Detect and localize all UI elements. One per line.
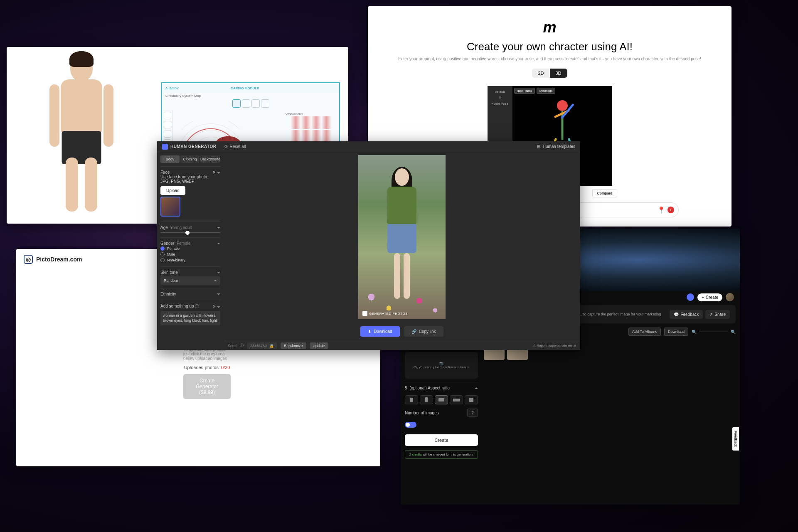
ethnicity-section[interactable]: Ethnicity — [160, 292, 220, 296]
tab-clothing[interactable]: Clothing — [180, 155, 200, 163]
age-section[interactable]: Age Young adult — [160, 225, 220, 230]
camera-icon: 📷 — [439, 362, 443, 365]
app-icon — [687, 293, 694, 301]
feedback-button[interactable]: 💬Feedback — [670, 310, 703, 319]
hide-hands-button[interactable]: Hide Hands — [514, 88, 535, 94]
download-pose-button[interactable]: Download — [537, 88, 555, 94]
pictodream-logo-icon: ◎ — [24, 255, 33, 264]
zoom-control[interactable]: 🔍 🔍 — [692, 330, 736, 334]
age-slider[interactable] — [160, 232, 220, 233]
mode-tabs: 2D 3D — [532, 69, 567, 78]
mage-logo: m — [384, 19, 715, 36]
toggle-switch[interactable] — [405, 422, 416, 428]
reference-upload[interactable]: 📷 Or, you can upload a reference image — [405, 352, 478, 379]
upload-face-button[interactable]: Upload — [160, 186, 185, 195]
zoom-in-icon[interactable]: 🔍 — [731, 330, 736, 334]
view-icon-2[interactable] — [242, 99, 250, 108]
extra-prompt-input[interactable]: woman in a garden with flowers, brown ey… — [160, 311, 220, 325]
stick-figure[interactable] — [557, 100, 568, 111]
face-hint-2: JPG, PNG, WEBP — [160, 179, 220, 184]
create-generator-button[interactable]: Create Generator ($9.99) — [183, 374, 231, 399]
download-button[interactable]: ⬇Download — [360, 326, 399, 337]
tool-2[interactable] — [164, 121, 171, 128]
tab-3d[interactable]: 3D — [550, 69, 567, 78]
tool-3[interactable] — [164, 130, 171, 138]
reset-all-button[interactable]: ⟳Reset all — [224, 144, 246, 149]
settings-sidebar: Body Clothing Background Face✕ Use face … — [157, 152, 224, 350]
ecg-wave-1 — [286, 116, 337, 129]
zoom-out-icon[interactable]: 🔍 — [692, 330, 697, 334]
ratio-square[interactable] — [465, 395, 478, 404]
download-results-button[interactable]: Download — [664, 328, 688, 336]
ratio-wide[interactable] — [450, 395, 463, 404]
face-thumbnail[interactable] — [160, 197, 180, 217]
tab-background[interactable]: Background — [200, 155, 220, 163]
page-subtitle: Enter your propmpt, using positive and n… — [384, 57, 715, 61]
hg-brand: HUMAN GENERATOR — [162, 144, 216, 150]
tab-body[interactable]: Body — [160, 155, 180, 163]
view-icon-3[interactable] — [251, 99, 260, 108]
create-button[interactable]: Create — [405, 434, 478, 446]
aspect-ratio-section[interactable]: 5 (optional) Aspect ratio — [405, 382, 478, 394]
randomize-button[interactable]: Randomize — [281, 342, 306, 349]
num-images-input[interactable]: 2 — [467, 409, 478, 417]
skintone-section[interactable]: Skin tone — [160, 270, 220, 275]
gender-nonbinary[interactable]: Non-binary — [160, 257, 220, 263]
upload-counter: Uploaded photos: 0/20 — [183, 365, 231, 370]
tool-1[interactable] — [164, 112, 171, 119]
pictodream-brand: PictoDream.com — [36, 256, 82, 263]
gender-female[interactable]: Female — [160, 246, 220, 251]
ratio-landscape[interactable] — [435, 395, 448, 404]
pin-count-badge: 1 — [667, 207, 674, 213]
gender-male[interactable]: Male — [160, 251, 220, 257]
skintone-select[interactable]: Random — [160, 276, 220, 285]
human-figure — [32, 51, 131, 217]
generated-image[interactable]: GENERATED PHOTOS — [358, 155, 446, 319]
face-hint-1: Use face from your photo — [160, 175, 220, 179]
credits-notice: 2 credits will be charged for this gener… — [405, 450, 478, 459]
ecg-wave-2 — [286, 130, 337, 142]
human-templates-button[interactable]: ⊞Human templates — [537, 144, 575, 149]
panel-human-generator: HUMAN GENERATOR ⟳Reset all ⊞Human templa… — [157, 141, 580, 350]
module-title: CARDIO MODULE — [179, 86, 311, 90]
view-icon-1[interactable] — [232, 99, 241, 108]
report-link[interactable]: ⚠ Report inappropriate result — [533, 344, 576, 347]
extra-section[interactable]: Add something up ⓘ✕ — [160, 303, 220, 309]
avatar[interactable] — [726, 293, 734, 301]
face-section-header[interactable]: Face✕ — [160, 170, 220, 175]
ratio-portrait[interactable] — [405, 395, 418, 404]
add-pose-button[interactable]: + Add Pose — [489, 101, 511, 107]
pose-default-x: ✕ — [489, 95, 511, 101]
compare-button[interactable]: Compare — [592, 189, 617, 197]
seed-label: Seed — [228, 344, 236, 348]
create-chip[interactable]: +Create — [697, 293, 722, 301]
pose-default[interactable]: default — [489, 89, 511, 95]
add-to-albums-button[interactable]: Add To Albums — [628, 328, 661, 336]
update-button[interactable]: Update — [310, 342, 328, 349]
view-icon-4[interactable] — [261, 99, 269, 108]
num-images-label: Number of images — [405, 411, 439, 415]
vitals-label: Vitals monitor — [286, 113, 337, 116]
share-button[interactable]: ↗Share — [705, 310, 730, 319]
location-icon[interactable]: 📍 — [658, 206, 665, 214]
tab-2d[interactable]: 2D — [532, 69, 549, 78]
watermark: GENERATED PHOTOS — [362, 311, 408, 316]
copy-link-button[interactable]: 🔗Copy link — [404, 326, 443, 337]
preview-viewport: GENERATED PHOTOS — [224, 152, 580, 322]
ratio-tall[interactable] — [420, 395, 433, 404]
page-title: Create your own chracter using AI! — [384, 40, 715, 53]
gender-section[interactable]: Gender Female — [160, 241, 220, 246]
map-subtitle: Circulatory System Map — [165, 94, 201, 98]
ai-body-brand: AI BODY — [165, 86, 179, 90]
seed-input[interactable]: 23456789🔒 — [247, 342, 277, 349]
feedback-tab[interactable]: Feedback — [732, 427, 739, 451]
